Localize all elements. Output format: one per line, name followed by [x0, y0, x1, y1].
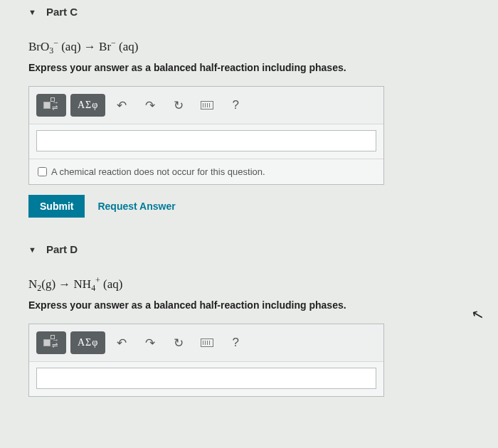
no-reaction-checkbox[interactable] [38, 167, 47, 176]
part-c-formula: BrO3− (aq) → Br− (aq) [28, 38, 470, 56]
template-button[interactable]: →⇌ [36, 331, 66, 354]
redo-icon[interactable]: ↷ [138, 94, 162, 117]
no-reaction-row: A chemical reaction does not occur for t… [29, 159, 383, 184]
part-c-header[interactable]: ▼ Part C [28, 6, 470, 18]
help-icon[interactable]: ? [223, 331, 248, 354]
help-icon[interactable]: ? [223, 94, 248, 117]
greek-button[interactable]: ΑΣφ [70, 331, 105, 354]
part-c-actions: Submit Request Answer [28, 195, 470, 218]
collapse-triangle-icon[interactable]: ▼ [28, 8, 36, 16]
part-d-instruction: Express your answer as a balanced half-r… [28, 299, 470, 311]
part-d-answer-box: →⇌ ΑΣφ ↶ ↷ ↻ ? [28, 324, 384, 397]
template-button[interactable]: →⇌ [36, 94, 66, 117]
keyboard-icon[interactable] [195, 331, 219, 354]
part-c-input[interactable] [36, 130, 376, 151]
part-c-answer-box: →⇌ ΑΣφ ↶ ↷ ↻ ? A chemical reaction does … [28, 86, 384, 185]
redo-icon[interactable]: ↷ [138, 331, 162, 354]
no-reaction-label: A chemical reaction does not occur for t… [51, 166, 265, 177]
undo-icon[interactable]: ↶ [110, 94, 134, 117]
part-c-label: Part C [46, 6, 78, 18]
part-d-header[interactable]: ▼ Part D [28, 243, 470, 255]
part-c-instruction: Express your answer as a balanced half-r… [28, 62, 470, 73]
greek-button[interactable]: ΑΣφ [70, 94, 105, 117]
request-answer-link[interactable]: Request Answer [97, 201, 175, 212]
part-d-toolbar: →⇌ ΑΣφ ↶ ↷ ↻ ? [29, 324, 383, 362]
undo-icon[interactable]: ↶ [110, 331, 134, 354]
part-d-label: Part D [46, 243, 78, 255]
part-c-toolbar: →⇌ ΑΣφ ↶ ↷ ↻ ? [29, 87, 383, 124]
keyboard-icon[interactable] [195, 94, 219, 117]
part-d-input[interactable] [36, 368, 376, 389]
part-d-formula: N2(g) → NH4+ (aq) [28, 275, 470, 294]
collapse-triangle-icon[interactable]: ▼ [28, 245, 36, 254]
reset-icon[interactable]: ↻ [166, 94, 191, 117]
part-c-section: ▼ Part C BrO3− (aq) → Br− (aq) Express y… [0, 0, 498, 230]
reset-icon[interactable]: ↻ [166, 331, 191, 354]
part-d-section: ▼ Part D N2(g) → NH4+ (aq) Express your … [0, 230, 498, 410]
submit-button[interactable]: Submit [28, 195, 85, 218]
